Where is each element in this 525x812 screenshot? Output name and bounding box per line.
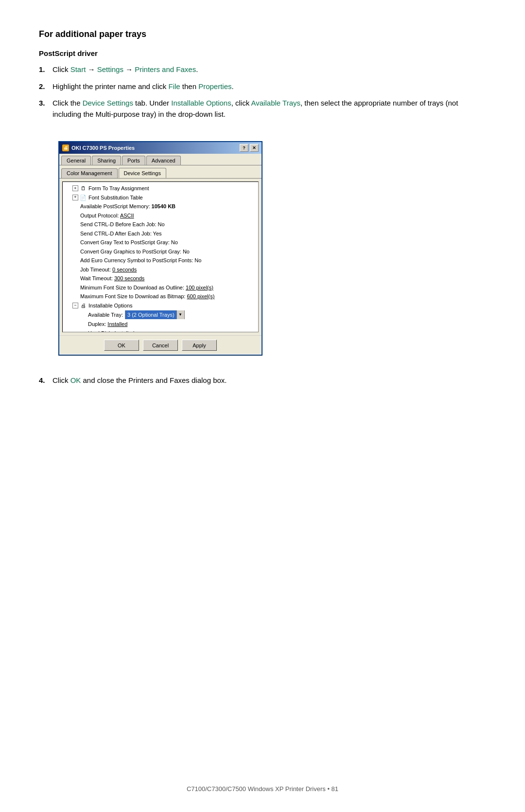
tree-wait-timeout: Wait Timeout: 300 seconds [63,274,258,283]
gray-graphics-label: Convert Gray Graphics to PostScript Gray… [80,248,190,256]
tree-hard-disk: Hard Disk: Installed [63,329,258,333]
step-3-link3: Available Trays [251,99,300,107]
installable-icon: 🖨 [80,302,87,309]
tree-ps-memory: Available PostScript Memory: 10540 KB [63,202,258,211]
page-title: For additional paper trays [39,29,486,39]
step-1-arrow2: → [123,65,135,73]
apply-button[interactable]: Apply [182,340,217,351]
tree-gray-graphics: Convert Gray Graphics to PostScript Gray… [63,247,258,256]
tree-available-tray[interactable]: Available Tray: 3 (2 Optional Trays) ▼ [63,310,258,320]
footer-text: C7100/C7300/C7500 Windows XP Printer Dri… [187,785,338,793]
dialog-tabs-row1: General Sharing Ports Advanced [59,154,262,165]
step-1-arrow1: → [86,65,97,73]
page-footer: C7100/C7300/C7500 Windows XP Printer Dri… [0,785,525,793]
expand-font-sub[interactable]: + [72,195,78,200]
step-3-text-mid1: tab. Under [133,99,171,107]
ctrld-after-text: Send CTRL-D After Each Job: Yes [80,230,162,238]
step-1: 1. Click Start → Settings → Printers and… [39,64,486,75]
font-sub-label: Font Substitution Table [88,194,143,202]
step-1-num: 1. [39,64,45,75]
step-3-num: 3. [39,98,45,109]
installable-label: Installable Options [88,302,133,310]
dialog-window-controls: ? ✕ [240,144,259,152]
ok-button[interactable]: OK [104,340,139,351]
dialog-tabs-row2: Color Management Device Settings [59,166,262,179]
hard-disk-label: Hard Disk: Installed [88,329,134,333]
step-4-text-after: and close the Printers and Faxes dialog … [81,376,227,384]
expand-installable[interactable]: − [72,303,78,308]
dialog-close-btn[interactable]: ✕ [250,144,259,152]
dialog-title: OKI C7300 PS Properties [71,145,135,151]
step-2-text-after: . [232,82,234,90]
ps-memory-text: Available PostScript Memory: 10540 KB [80,202,175,211]
tree-job-timeout: Job Timeout: 0 seconds [63,265,258,274]
step-1-link2: Settings [97,65,123,73]
tab-sharing[interactable]: Sharing [92,156,121,165]
step-3-link2: Installable Options [171,99,231,107]
tree-euro-currency: Add Euro Currency Symbol to PostScript F… [63,256,258,265]
step-2: 2. Highlight the printer name and click … [39,81,486,92]
dialog-titlebar: 🖨 OKI C7300 PS Properties ? ✕ [59,142,262,154]
step-2-text-mid: then [180,82,199,90]
step-4: 4. Click OK and close the Printers and F… [39,375,486,386]
step-1-text-before: Click [52,65,70,73]
steps-list: 1. Click Start → Settings → Printers and… [39,64,486,120]
tree-font-sub[interactable]: + 📄 Font Substitution Table [63,193,258,202]
tree-duplex: Duplex: Installed [63,320,258,329]
tree-form-tray[interactable]: + 🗒 Form To Tray Assignment [63,184,258,193]
step-3-text-mid2: , click [231,99,251,107]
max-font-bitmap-label: Maximum Font Size to Download as Bitmap:… [80,292,214,301]
step-2-link2: Properties [198,82,231,90]
step-1-text-after: . [196,65,198,73]
step-4-num: 4. [39,375,45,386]
cancel-button[interactable]: Cancel [143,340,178,351]
tree-area[interactable]: + 🗒 Form To Tray Assignment + 📄 Font Sub… [62,181,259,332]
step-3: 3. Click the Device Settings tab. Under … [39,98,486,120]
tab-general[interactable]: General [61,156,91,165]
tab-advanced[interactable]: Advanced [146,156,181,165]
tab-color-management[interactable]: Color Management [61,168,118,178]
tree-ctrld-after: Send CTRL-D After Each Job: Yes [63,229,258,238]
step-4-text-before: Click [52,376,70,384]
dialog-screenshot: 🖨 OKI C7300 PS Properties ? ✕ General Sh… [58,141,262,356]
step-4-link1: OK [70,376,81,384]
section-subtitle: PostScript driver [39,49,486,57]
form-tray-label: Form To Tray Assignment [88,184,149,193]
step4-list: 4. Click OK and close the Printers and F… [39,375,486,386]
dialog-body: + 🗒 Form To Tray Assignment + 📄 Font Sub… [59,179,262,335]
dialog-buttons: OK Cancel Apply [59,335,262,355]
tab-device-settings[interactable]: Device Settings [119,168,166,178]
tree-max-font-bitmap: Maximum Font Size to Download as Bitmap:… [63,292,258,301]
step-3-text-before: Click the [52,99,83,107]
gray-text-label: Convert Gray Text to PostScript Gray: No [80,238,178,247]
available-tray-dropdown[interactable]: 3 (2 Optional Trays) ▼ [125,310,185,319]
step-1-link3: Printers and Faxes [135,65,196,73]
expand-form-tray[interactable]: + [72,185,78,191]
available-tray-value: 3 (2 Optional Trays) [125,310,176,320]
tree-installable-options[interactable]: − 🖨 Installable Options [63,301,258,310]
dialog-help-btn[interactable]: ? [240,144,248,152]
tree-ctrld-before: Send CTRL-D Before Each Job: No [63,220,258,229]
available-tray-text: Available Tray: [88,311,123,319]
dialog-app-icon: 🖨 [62,144,69,151]
tree-min-font-outline: Minimum Font Size to Download as Outline… [63,283,258,292]
font-sub-icon: 📄 [80,194,87,201]
duplex-label: Duplex: Installed [88,320,127,328]
dropdown-arrow-icon[interactable]: ▼ [176,310,184,319]
tree-gray-text: Convert Gray Text to PostScript Gray: No [63,238,258,247]
step-1-link1: Start [70,65,86,73]
tree-output-protocol: Output Protocol: ASCII [63,211,258,220]
euro-currency-label: Add Euro Currency Symbol to PostScript F… [80,256,201,265]
min-font-outline-label: Minimum Font Size to Download as Outline… [80,284,213,292]
step-2-link1: File [168,82,180,90]
ctrld-before-text: Send CTRL-D Before Each Job: No [80,220,165,229]
step-2-text-before: Highlight the printer name and click [52,82,168,90]
wait-timeout-label: Wait Timeout: 300 seconds [80,274,144,283]
step-3-link1: Device Settings [83,99,133,107]
job-timeout-label: Job Timeout: 0 seconds [80,266,137,274]
tab-ports[interactable]: Ports [122,156,145,165]
form-tray-icon: 🗒 [80,185,87,192]
step-2-num: 2. [39,81,45,92]
output-protocol-text: Output Protocol: ASCII [80,212,134,220]
dialog-titlebar-left: 🖨 OKI C7300 PS Properties [62,144,135,151]
